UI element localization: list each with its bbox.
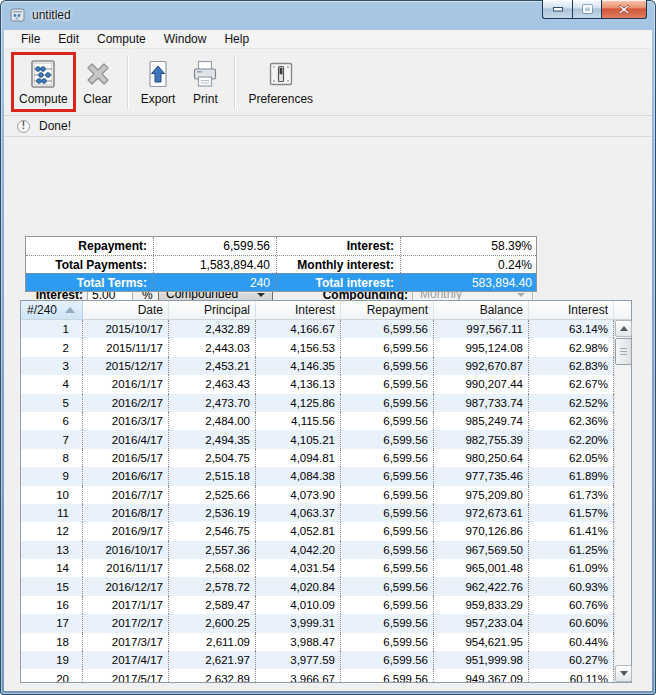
summary-row: Total Terms:240Total interest:583,894.40 — [26, 273, 536, 291]
cell: 2016/11/17 — [83, 559, 169, 577]
summary-label: Repayment: — [26, 237, 154, 255]
cell: 6,599.56 — [341, 412, 434, 430]
cell: 6,599.56 — [341, 541, 434, 559]
print-label: Print — [193, 92, 218, 106]
cell: 2017/1/17 — [83, 596, 169, 614]
cell: 995,124.08 — [434, 338, 529, 356]
close-button[interactable] — [601, 0, 647, 19]
table-row[interactable]: 52016/2/172,473.704,125.866,599.56987,73… — [21, 394, 631, 412]
cell: 965,001.48 — [434, 559, 529, 577]
table-row[interactable]: 72016/4/172,494.354,105.216,599.56982,75… — [21, 430, 631, 448]
menu-compute[interactable]: Compute — [88, 30, 155, 48]
table-row[interactable]: 92016/6/172,515.184,084.386,599.56977,73… — [21, 467, 631, 485]
table-row[interactable]: 142016/11/172,568.024,031.546,599.56965,… — [21, 559, 631, 577]
cell: 2,443.03 — [169, 338, 256, 356]
cell: 957,233.04 — [434, 614, 529, 632]
cell: 997,567.11 — [434, 320, 529, 338]
cell: 60.93% — [529, 577, 614, 595]
cell: 2,525.66 — [169, 486, 256, 504]
column-header-index[interactable]: #/240 — [21, 301, 83, 319]
summary-label: Monthly interest: — [277, 256, 401, 273]
cell: 6,599.56 — [341, 577, 434, 595]
table-row[interactable]: 152016/12/172,578.724,020.846,599.56962,… — [21, 577, 631, 595]
column-header-balance[interactable]: Balance — [434, 301, 529, 319]
cell: 4,084.38 — [256, 467, 341, 485]
table-row[interactable]: 192017/4/172,621.973,977.596,599.56951,9… — [21, 651, 631, 669]
export-button[interactable]: Export — [136, 55, 181, 109]
cell: 949,367.09 — [434, 669, 529, 682]
loan-form: Amount: Term: Years Period: Monthly Inte… — [4, 137, 652, 234]
preferences-button[interactable]: Preferences — [243, 55, 318, 109]
cell: 2016/6/17 — [83, 467, 169, 485]
clear-button[interactable]: Clear — [77, 55, 119, 109]
menu-window[interactable]: Window — [155, 30, 216, 48]
cell: 6,599.56 — [341, 522, 434, 540]
cell: 6,599.56 — [341, 338, 434, 356]
cell: 4,052.81 — [256, 522, 341, 540]
column-header-repayment[interactable]: Repayment — [341, 301, 434, 319]
menu-help[interactable]: Help — [215, 30, 258, 48]
minimize-button[interactable] — [542, 0, 572, 19]
cell: 1 — [21, 320, 83, 338]
preferences-icon — [265, 58, 297, 90]
cell: 63.14% — [529, 320, 614, 338]
summary-table: Repayment:6,599.56Interest:58.39%Total P… — [25, 236, 537, 292]
vertical-scrollbar[interactable] — [614, 320, 631, 682]
cell: 987,733.74 — [434, 394, 529, 412]
menu-edit[interactable]: Edit — [49, 30, 88, 48]
cell: 2,432.89 — [169, 320, 256, 338]
cell: 2,504.75 — [169, 449, 256, 467]
cell: 13 — [21, 541, 83, 559]
column-header-date[interactable]: Date — [83, 301, 169, 319]
cell: 6,599.56 — [341, 449, 434, 467]
table-row[interactable]: 202017/5/172,632.893,966.676,599.56949,3… — [21, 669, 631, 682]
summary-value: 6,599.56 — [154, 237, 277, 255]
scroll-down-button[interactable] — [615, 665, 632, 682]
sort-ascending-icon — [65, 307, 75, 313]
table-row[interactable]: 112016/8/172,536.194,063.376,599.56972,6… — [21, 504, 631, 522]
cell: 3,988.47 — [256, 633, 341, 651]
column-header-principal[interactable]: Principal — [169, 301, 256, 319]
cell: 2016/9/17 — [83, 522, 169, 540]
print-button[interactable]: Print — [184, 55, 226, 109]
cell: 10 — [21, 486, 83, 504]
column-header-interest-pct[interactable]: Interest — [529, 301, 614, 319]
cell: 61.57% — [529, 504, 614, 522]
table-row[interactable]: 162017/1/172,589.474,010.096,599.56959,8… — [21, 596, 631, 614]
scrollbar-thumb[interactable] — [615, 338, 632, 365]
cell: 6,599.56 — [341, 669, 434, 682]
table-row[interactable]: 122016/9/172,546.754,052.816,599.56970,1… — [21, 522, 631, 540]
table-row[interactable]: 22015/11/172,443.034,156.536,599.56995,1… — [21, 338, 631, 356]
cell: 60.11% — [529, 669, 614, 682]
table-row[interactable]: 182017/3/172,611.093,988.476,599.56954,6… — [21, 633, 631, 651]
compute-button[interactable]: Compute — [14, 55, 73, 109]
column-header-interest[interactable]: Interest — [256, 301, 341, 319]
table-row[interactable]: 172017/2/172,600.253,999.316,599.56957,2… — [21, 614, 631, 632]
cell: 6,599.56 — [341, 559, 434, 577]
cell: 3 — [21, 357, 83, 375]
menu-file[interactable]: File — [12, 30, 49, 48]
cell: 2,611.09 — [169, 633, 256, 651]
export-icon — [142, 58, 174, 90]
table-row[interactable]: 12015/10/172,432.894,166.676,599.56997,5… — [21, 320, 631, 338]
table-row[interactable]: 132016/10/172,557.364,042.206,599.56967,… — [21, 541, 631, 559]
cell: 6,599.56 — [341, 357, 434, 375]
cell: 4,146.35 — [256, 357, 341, 375]
cell: 61.09% — [529, 559, 614, 577]
table-row[interactable]: 82016/5/172,504.754,094.816,599.56980,25… — [21, 449, 631, 467]
cell: 4,010.09 — [256, 596, 341, 614]
table-row[interactable]: 62016/3/172,484.004,115.566,599.56985,24… — [21, 412, 631, 430]
table-row[interactable]: 102016/7/172,525.664,073.906,599.56975,2… — [21, 486, 631, 504]
scroll-up-button[interactable] — [615, 320, 632, 337]
abacus-icon — [27, 58, 59, 90]
table-row[interactable]: 42016/1/172,463.434,136.136,599.56990,20… — [21, 375, 631, 393]
table-row[interactable]: 32015/12/172,453.214,146.356,599.56992,6… — [21, 357, 631, 375]
cell: 2,557.36 — [169, 541, 256, 559]
cell: 60.60% — [529, 614, 614, 632]
title-bar[interactable]: untitled — [0, 0, 656, 30]
app-window: untitled File Edit — [0, 0, 656, 695]
maximize-button[interactable] — [572, 0, 601, 19]
cell: 2016/10/17 — [83, 541, 169, 559]
cell: 4,094.81 — [256, 449, 341, 467]
cell: 2,632.89 — [169, 669, 256, 682]
